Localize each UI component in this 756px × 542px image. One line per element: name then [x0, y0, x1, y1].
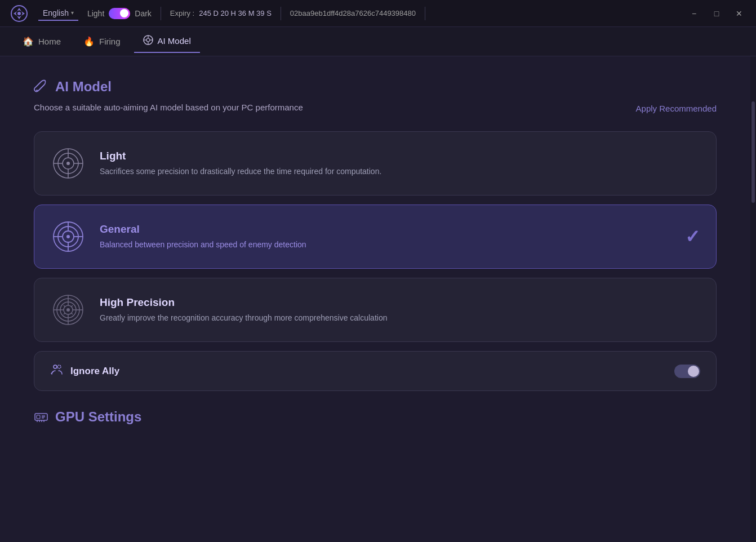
subtitle-row: Choose a suitable auto-aiming AI model b… [34, 101, 717, 115]
nav-item-firing[interactable]: 🔥 Firing [74, 32, 130, 51]
svg-point-8 [36, 90, 38, 91]
nav-item-home[interactable]: 🏠 Home [14, 32, 70, 51]
model-card-high-precision[interactable]: High Precision Greatly improve the recog… [34, 278, 717, 342]
maximize-button[interactable]: □ [709, 6, 724, 21]
ignore-ally-card: Ignore Ally [34, 351, 717, 391]
light-model-icon [50, 145, 86, 181]
svg-point-1 [17, 12, 21, 15]
svg-rect-46 [37, 415, 40, 419]
light-model-info: Light Sacrifices some precision to drast… [100, 150, 700, 177]
gpu-icon [34, 410, 48, 424]
titlebar: English ▾ Light Dark Expiry : 245 D 20 H… [0, 0, 756, 27]
chevron-down-icon: ▾ [71, 10, 74, 16]
svg-point-3 [146, 38, 150, 42]
selected-checkmark: ✓ [685, 226, 700, 247]
scrollbar[interactable] [750, 56, 756, 542]
language-label: English [43, 8, 69, 17]
separator-1 [161, 7, 161, 20]
general-model-info: General Balanced between precision and s… [100, 223, 676, 251]
app-logo [9, 3, 29, 24]
light-theme-label: Light [87, 9, 104, 18]
content-area: AI Model Choose a suitable auto-aiming A… [0, 56, 750, 542]
svg-point-24 [66, 235, 70, 238]
close-button[interactable]: ✕ [731, 6, 747, 21]
language-selector[interactable]: English ▾ [38, 6, 78, 21]
ignore-ally-toggle[interactable] [674, 365, 700, 378]
main-container: AI Model Choose a suitable auto-aiming A… [0, 56, 756, 542]
model-card-general[interactable]: General Balanced between precision and s… [34, 205, 717, 269]
theme-toggle[interactable]: Light Dark [87, 8, 152, 19]
apply-recommended-button[interactable]: Apply Recommended [636, 101, 717, 115]
scrollbar-thumb[interactable] [751, 101, 755, 203]
ai-model-title: AI Model [55, 79, 112, 95]
dark-theme-label: Dark [135, 9, 152, 18]
home-icon: 🏠 [23, 36, 34, 47]
nav-label-ai-model: AI Model [158, 36, 191, 46]
wrench-icon [34, 79, 48, 94]
fire-icon: 🔥 [83, 36, 95, 47]
expiry-value: 245 D 20 H 36 M 39 S [199, 9, 272, 17]
high-precision-model-name: High Precision [100, 296, 700, 309]
separator-3 [425, 7, 425, 20]
window-controls: − □ ✕ [686, 6, 747, 21]
svg-point-16 [66, 162, 70, 165]
section-subtitle: Choose a suitable auto-aiming AI model b… [34, 101, 303, 114]
gpu-settings-title: GPU Settings [55, 409, 141, 425]
ignore-ally-toggle-thumb [688, 366, 699, 377]
theme-toggle-track[interactable] [109, 8, 130, 19]
ai-model-section-title: AI Model [34, 79, 717, 95]
svg-point-43 [57, 365, 61, 368]
high-precision-model-info: High Precision Greatly improve the recog… [100, 296, 700, 324]
svg-point-41 [66, 308, 70, 312]
nav-label-firing: Firing [99, 37, 121, 46]
general-model-icon [50, 219, 86, 255]
ai-model-icon [143, 35, 153, 47]
expiry-label: Expiry : [170, 9, 194, 17]
svg-point-42 [54, 365, 57, 368]
general-model-name: General [100, 223, 676, 236]
ignore-ally-icon [50, 363, 64, 379]
expiry-section: Expiry : 245 D 20 H 36 M 39 S [170, 9, 272, 17]
general-model-desc: Balanced between precision and speed of … [100, 239, 676, 251]
high-precision-model-icon [50, 292, 86, 328]
light-model-name: Light [100, 150, 700, 162]
license-key: 02baa9eb1dff4d28a7626c7449398480 [290, 9, 416, 17]
high-precision-model-desc: Greatly improve the recognition accuracy… [100, 312, 700, 324]
nav-label-home: Home [38, 37, 61, 46]
model-card-light[interactable]: Light Sacrifices some precision to drast… [34, 131, 717, 196]
theme-toggle-thumb [120, 9, 128, 17]
gpu-settings-section-title: GPU Settings [34, 409, 717, 425]
minimize-button[interactable]: − [686, 6, 702, 21]
separator-2 [281, 7, 281, 20]
ignore-ally-label: Ignore Ally [70, 366, 674, 377]
nav-item-ai-model[interactable]: AI Model [134, 30, 200, 53]
light-model-desc: Sacrifices some precision to drastically… [100, 166, 700, 177]
navbar: 🏠 Home 🔥 Firing AI Model [0, 27, 756, 56]
